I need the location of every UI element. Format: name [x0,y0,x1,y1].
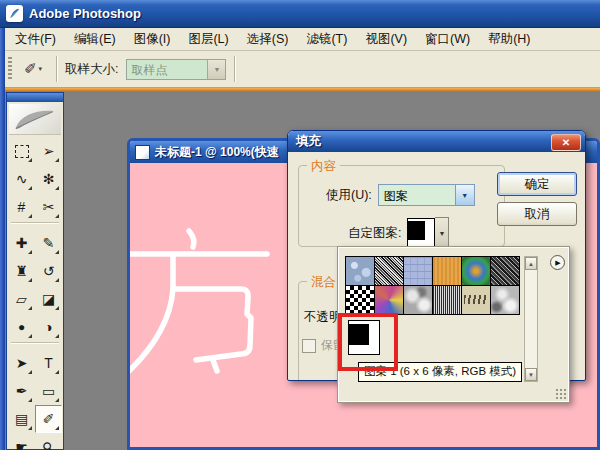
cancel-button[interactable]: 取消 [497,202,577,226]
pattern-swatch-fine-noise[interactable] [433,286,461,314]
menu-edit[interactable]: 编辑(E) [65,29,125,50]
crop-tool[interactable]: # [8,193,35,221]
paint-bucket-tool[interactable]: ◪ [35,285,62,313]
custom-pattern-black-square [349,324,369,345]
move-icon: ➢ [43,144,55,158]
pattern-swatch-color-swirl[interactable] [375,286,403,314]
picker-menu-button[interactable]: ▶ [550,255,565,270]
use-label: 使用(U): [326,187,372,204]
menu-select[interactable]: 选择(S) [238,29,298,50]
slice-icon: ✂ [43,200,55,214]
chevron-down-icon: ▾ [39,65,43,73]
combo-arrow-icon: ▼ [455,185,474,205]
hand-icon: ☛ [15,440,28,450]
menu-image[interactable]: 图像(I) [125,29,180,50]
pattern-swatch-marble[interactable] [491,286,519,314]
eyedropper-tool[interactable]: ✐ [35,405,62,433]
eraser-tool[interactable]: ▱ [8,285,35,313]
menu-help[interactable]: 帮助(H) [479,29,539,50]
photoshop-feather-logo[interactable] [9,104,61,135]
notes-icon: ▤ [15,412,28,426]
pattern-swatch-clouds[interactable] [404,286,432,314]
divider [56,56,57,82]
scroll-down-button[interactable]: ▼ [525,368,537,381]
app-title: Adobe Photoshop [29,6,141,21]
custom-pattern-label: 自定图案: [348,225,401,242]
pattern-tooltip: 图案 1 (6 x 6 像素, RGB 模式) [358,362,522,382]
tool-grid: ➢ ∿ ✻ # ✂ ✚ ✎ ♜ ↺ ▱ ◪ ● ◑ ➤ T ✒ ▭ ▤ ✐ [7,137,63,450]
clone-stamp-tool[interactable]: ♜ [8,257,35,285]
pattern-swatch-herringbone[interactable] [462,286,490,314]
options-bar-grip[interactable] [8,57,12,81]
magic-wand-tool[interactable]: ✻ [35,165,62,193]
pattern-preview-black [408,221,425,240]
blending-group-label: 混合 [307,274,340,291]
type-tool[interactable]: T [35,349,62,377]
type-icon: T [44,356,53,370]
pattern-swatch-orange-texture[interactable] [433,257,461,285]
eyedropper-icon: ✐ [24,60,37,78]
dodge-tool[interactable]: ◑ [35,313,62,341]
eraser-icon: ▱ [16,292,27,306]
resize-grip[interactable] [555,388,567,400]
path-selection-icon: ➤ [16,356,28,370]
document-icon [135,145,150,160]
dodge-icon: ◑ [44,320,52,334]
menu-window[interactable]: 窗口(W) [416,29,479,50]
toolbox-palette: ➢ ∿ ✻ # ✂ ✚ ✎ ♜ ↺ ▱ ◪ ● ◑ ➤ T ✒ ▭ ▤ ✐ [6,92,64,450]
crop-icon: # [18,200,26,214]
custom-pattern-preview[interactable] [407,218,435,248]
pattern-swatch-optical-checkerboard[interactable] [346,286,374,314]
rectangular-marquee-icon [15,145,29,158]
slice-tool[interactable]: ✂ [35,193,62,221]
rectangular-marquee-tool[interactable] [8,137,35,165]
menu-file[interactable]: 文件(F) [6,29,65,50]
brush-icon: ✎ [43,236,55,250]
brush-tool[interactable]: ✎ [35,229,62,257]
sample-size-label: 取样大小: [65,61,118,78]
pen-icon: ✒ [16,384,28,398]
move-tool[interactable]: ➢ [35,137,62,165]
scroll-up-button[interactable]: ▲ [525,257,537,270]
menu-view[interactable]: 视图(V) [356,29,416,50]
menu-layer[interactable]: 图层(L) [179,29,237,50]
shape-tool[interactable]: ▭ [35,377,62,405]
clone-stamp-icon: ♜ [15,264,28,278]
pattern-grid [345,256,520,315]
ok-button[interactable]: 确定 [497,172,577,196]
eyedropper-preset-button[interactable]: ✐ ▾ [18,56,48,82]
app-titlebar[interactable]: Adobe Photoshop [0,0,600,28]
toolbox-drag-bar[interactable] [7,93,63,102]
fill-dialog-title: 填充 [296,133,321,150]
fill-dialog-titlebar[interactable]: 填充 ✕ [288,131,585,152]
zoom-tool[interactable]: ⚲ [35,433,62,450]
sample-size-select[interactable]: 取样点 ▼ [126,59,226,80]
divider [234,56,235,82]
notes-tool[interactable]: ▤ [8,405,35,433]
photoshop-window: Adobe Photoshop 文件(F) 编辑(E) 图像(I) 图层(L) … [0,0,600,450]
close-button[interactable]: ✕ [551,134,581,151]
custom-pattern-row: 自定图案: ▼ [348,217,449,249]
combo-arrow-icon: ▼ [439,230,446,237]
pattern-swatch-bubbles[interactable] [346,257,374,285]
pattern-swatch-tie-dye[interactable] [462,257,490,285]
contents-group-label: 内容 [307,158,340,175]
menu-filter[interactable]: 滤镜(T) [297,29,356,50]
healing-brush-tool[interactable]: ✚ [8,229,35,257]
pattern-swatch-blue-weave[interactable] [404,257,432,285]
preserve-transparency-checkbox[interactable] [302,339,316,353]
pattern-swatch-granite[interactable] [491,257,519,285]
hand-tool[interactable]: ☛ [8,433,35,450]
use-select[interactable]: 图案 ▼ [378,184,475,206]
pen-tool[interactable]: ✒ [8,377,35,405]
pattern-scrollbar[interactable]: ▲ ▼ [524,256,538,382]
lasso-tool[interactable]: ∿ [8,165,35,193]
pattern-picker-arrow[interactable]: ▼ [435,217,449,249]
history-brush-tool[interactable]: ↺ [35,257,62,285]
pattern-swatch-gray-noise[interactable] [375,257,403,285]
blur-tool[interactable]: ● [8,313,35,341]
use-value: 图案 [379,185,455,205]
tool-separator [11,222,59,228]
path-selection-tool[interactable]: ➤ [8,349,35,377]
pattern-swatch-custom-selected[interactable] [348,320,380,355]
